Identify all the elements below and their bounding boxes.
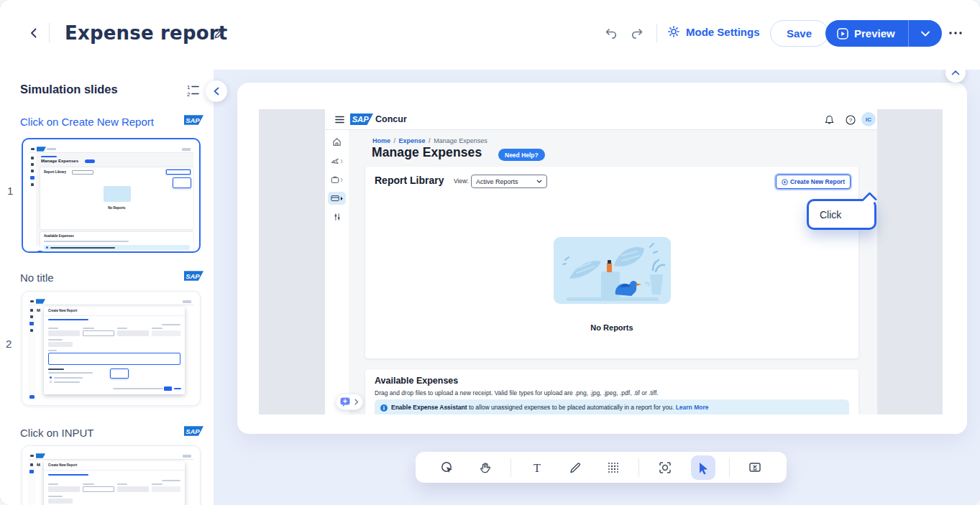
breadcrumb-expense[interactable]: Expense (399, 137, 426, 144)
play-icon (837, 28, 848, 40)
svg-text:SAP: SAP (186, 272, 200, 280)
back-button[interactable] (26, 25, 42, 41)
concur-page-title: Manage Expenses (372, 145, 482, 160)
thumb-modal-title: Create New Report (48, 309, 77, 312)
avatar[interactable]: IC (861, 112, 876, 126)
thumb-textarea-highlight (48, 353, 180, 365)
sliders-icon[interactable] (333, 213, 342, 221)
delete-tool-button[interactable] (743, 455, 767, 480)
mode-settings-label: Mode Settings (686, 26, 760, 38)
slide-screenshot[interactable]: SAP Concur ? IC (259, 109, 943, 414)
hamburger-icon[interactable] (335, 116, 344, 124)
thumb-input (83, 486, 114, 492)
decor-radio (50, 376, 52, 379)
decor-bar (31, 148, 35, 150)
save-button[interactable]: Save (770, 20, 828, 47)
more-options-button[interactable] (946, 26, 965, 40)
undo-button[interactable] (603, 25, 620, 42)
no-reports-illustration (554, 237, 671, 304)
thumb-rail (28, 305, 35, 399)
decor-bar (50, 247, 115, 249)
select-tool-button[interactable] (691, 455, 715, 480)
help-icon[interactable]: ? (846, 115, 856, 125)
thumb-input (48, 486, 80, 492)
thumb-input (83, 330, 114, 336)
decor-bar (30, 455, 34, 457)
drag-tool-button[interactable] (473, 455, 498, 480)
thumb-input (152, 486, 180, 492)
slide-1-title[interactable]: Click on Create New Report (20, 116, 175, 128)
slide-2-title[interactable]: No title (20, 272, 175, 284)
create-new-report-button[interactable]: Create New Report (776, 175, 851, 189)
sap-logo-mini (37, 147, 46, 152)
need-help-button[interactable]: Need Help? (498, 149, 545, 161)
slide-2-thumbnail[interactable]: M Create New Report (22, 291, 201, 406)
briefcase-nav-item[interactable] (331, 175, 343, 184)
top-header: Expense report Mode Settings Save Pre (0, 0, 980, 70)
svg-text:SAP: SAP (186, 116, 200, 124)
thumb-mock: Manage Expenses Report Library No Report… (29, 145, 193, 246)
screenshot-left-margin (259, 109, 325, 414)
thumb-input (117, 486, 149, 492)
preview-button[interactable]: Preview (825, 27, 908, 40)
learn-more-link[interactable]: Learn More (676, 404, 709, 411)
sap-logo: SAP (350, 113, 373, 125)
slide-3-thumbnail[interactable]: M Create New Report (22, 445, 201, 505)
collapse-sidebar-button[interactable] (206, 80, 227, 102)
editor-canvas: SAP Concur ? IC (214, 70, 980, 505)
preview-dropdown-button[interactable] (909, 20, 942, 47)
thumb-report-card: Report Library No Reports (40, 167, 193, 229)
capture-tool-button[interactable] (653, 455, 677, 480)
breadcrumb-home[interactable]: Home (372, 137, 390, 144)
sidebar-title: Simulation slides (20, 83, 118, 96)
decor-bar (46, 246, 48, 249)
header-divider (656, 24, 657, 42)
decor-bar (83, 483, 94, 485)
mode-settings-button[interactable]: Mode Settings (667, 25, 760, 38)
chevron-left-icon (28, 27, 40, 39)
select-cursor-icon (696, 460, 710, 475)
thumb-page-title-clipped: M (37, 463, 40, 467)
thumb-comment-icon (29, 395, 35, 399)
decor-radio (50, 381, 52, 383)
text-tool-button[interactable]: T (525, 455, 549, 480)
thumb-modal: Create New Report (44, 461, 185, 505)
page-title: Expense report (65, 22, 227, 44)
decor-bar (48, 496, 63, 497)
decor-bar (47, 148, 56, 150)
click-tool-button[interactable] (435, 455, 459, 480)
blur-tool-button[interactable] (601, 455, 626, 480)
travel-nav-item[interactable] (331, 157, 343, 165)
info-icon (380, 404, 388, 412)
view-select[interactable]: Active Reports (471, 175, 547, 188)
home-icon[interactable] (332, 137, 342, 147)
chevron-right-icon (354, 399, 359, 405)
edit-title-button[interactable] (211, 25, 227, 41)
decor-bar (48, 483, 58, 485)
thumb-page-title-clipped: M (37, 308, 40, 312)
svg-text:SAP: SAP (186, 427, 200, 435)
slide-1-thumbnail[interactable]: Manage Expenses Report Library No Report… (22, 138, 201, 253)
concur-app: SAP Concur ? IC (325, 109, 877, 414)
thumb-page-title: Manage Expenses (41, 159, 78, 163)
decor-bar (152, 483, 162, 485)
comment-widget[interactable] (336, 394, 363, 410)
thumb-ae-title: Available Expenses (44, 234, 74, 238)
expense-nav-item-selected[interactable] (328, 192, 346, 205)
toolbar-divider (729, 458, 730, 477)
breadcrumb-current: Manage Expenses (434, 137, 487, 144)
click-tooltip[interactable]: Click (807, 199, 876, 230)
sap-logo: SAP (184, 271, 203, 281)
thumb-input (48, 499, 73, 504)
draw-tool-button[interactable] (563, 455, 587, 480)
slide-3-title[interactable]: Click on INPUT (20, 427, 175, 439)
decor-bar (48, 369, 64, 370)
thumb-rail (28, 460, 35, 505)
redo-button[interactable] (628, 25, 646, 42)
decor-bar (152, 328, 162, 329)
decor-bar (44, 241, 129, 242)
svg-text:T: T (533, 461, 541, 473)
reorder-slides-button[interactable]: 1 2 (184, 81, 201, 98)
decor-bar (48, 350, 57, 351)
bell-icon[interactable] (825, 115, 834, 125)
